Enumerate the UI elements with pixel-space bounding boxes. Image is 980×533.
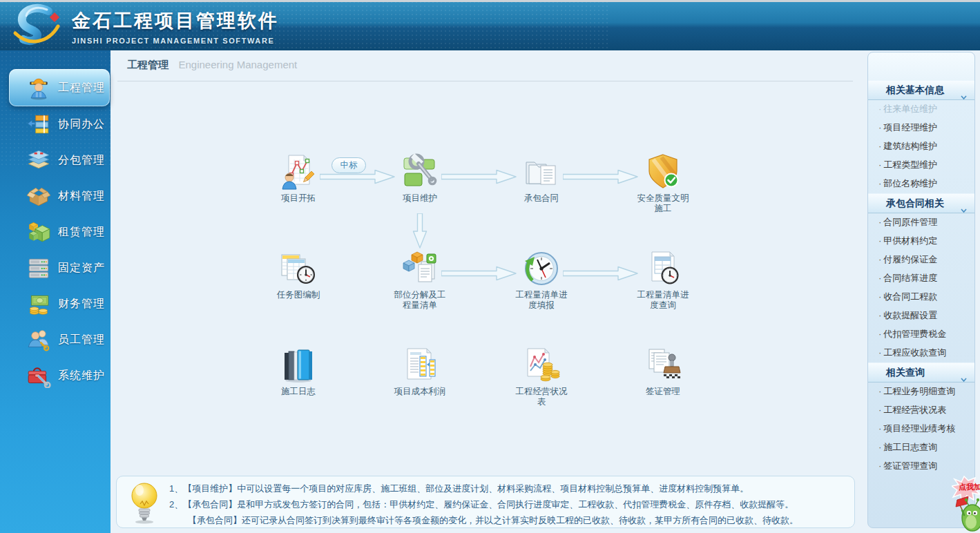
sidebar-item-material[interactable]: 材料管理 <box>0 178 111 214</box>
sidebar-item-label: 材料管理 <box>58 189 105 204</box>
panel-item-label: 收合同工程款 <box>883 291 937 302</box>
panel-item-label: 项目经理业绩考核 <box>883 423 955 434</box>
app-window: 金石工程项目管理软件 JINSHI PROJECT MANAGEMENT SOF… <box>0 0 980 533</box>
flow-node-construction-log[interactable]: 施工日志 <box>260 346 336 397</box>
panel-item-label: 代扣管理费税金 <box>883 329 946 339</box>
panel-item-part-name-maintenance[interactable]: ·部位名称维护 <box>868 175 974 193</box>
panel-item-manager-performance[interactable]: ·项目经理业绩考核 <box>868 420 974 438</box>
panel-item-label: 合同结算进度 <box>883 273 937 283</box>
panel-section-queries[interactable]: 相关查询 <box>868 362 974 382</box>
flow-node-visa[interactable]: 签证管理 <box>625 346 701 397</box>
staff-users-icon <box>26 327 51 352</box>
brand-title-en: JINSHI PROJECT MANAGEMENT SOFTWARE <box>72 37 279 45</box>
panel-item-receivable-query[interactable]: ·工程应收款查询 <box>868 344 974 362</box>
sidebar-item-office[interactable]: 协同办公 <box>0 106 111 142</box>
panel-item-label: 甲供材料约定 <box>883 235 937 246</box>
panel-item-withholding-tax[interactable]: ·代扣管理费税金 <box>868 325 974 344</box>
panel-item-label: 项目经理维护 <box>883 122 937 133</box>
panel-item-contract-settlement[interactable]: ·合同结算进度 <box>868 269 974 288</box>
contract-folder-icon <box>522 153 561 191</box>
panel-item-project-manager-maintenance[interactable]: ·项目经理维护 <box>868 119 974 137</box>
bullet: · <box>878 217 881 227</box>
boq-breakdown-icon <box>401 249 439 288</box>
tip-line: 1、【项目维护】中可以设置每一个项目的对应库房、施工班组、部位及进度计划、材料采… <box>169 481 846 496</box>
panel-top-cap <box>868 52 974 80</box>
bullet: · <box>878 461 881 471</box>
project-development-icon <box>279 153 318 191</box>
chevron-down-icon <box>961 370 967 389</box>
construction-log-books-icon <box>279 346 318 385</box>
bullet: · <box>878 159 881 170</box>
page-title-zh: 工程管理 <box>127 59 169 70</box>
sidebar-item-label: 工程管理 <box>58 81 105 95</box>
panel-item-label: 工程业务明细查询 <box>883 386 955 396</box>
sidebar-item-engineering[interactable]: 工程管理 <box>9 69 110 106</box>
visa-stamp-icon <box>644 346 682 385</box>
flow-node-label: 项目开拓 <box>281 193 316 204</box>
finance-money-icon <box>26 291 51 316</box>
task-schedule-icon <box>279 249 318 288</box>
panel-item-receive-payment[interactable]: ·收合同工程款 <box>868 288 974 307</box>
flow-node-progress-query[interactable]: 工程量清单进度查询 <box>625 249 701 311</box>
flow-node-label: 项目维护 <box>403 193 437 204</box>
flow-node-label: 承包合同 <box>524 193 559 204</box>
panel-section-title: 相关查询 <box>886 367 925 378</box>
title-divider <box>117 81 853 81</box>
flow-node-label: 施工日志 <box>281 387 316 397</box>
tips-text: 1、【项目维护】中可以设置每一个项目的对应库房、施工班组、部位及进度计划、材料采… <box>169 481 846 528</box>
flow-node-boq-breakdown[interactable]: 部位分解及工程量清单 <box>382 249 458 311</box>
flow-node-cost-profit[interactable]: 项目成本利润 <box>382 346 458 397</box>
flow-node-contract[interactable]: 承包合同 <box>503 153 579 204</box>
panel-item-counterparty-maintenance[interactable]: ·往来单位维护 <box>868 100 974 119</box>
sidebar-item-finance[interactable]: 财务管理 <box>0 286 111 322</box>
panel-item-label: 部位名称维护 <box>883 178 937 188</box>
panel-item-label: 施工日志查询 <box>883 442 937 452</box>
mascot-helper[interactable]: 点我加 <box>952 472 980 533</box>
system-toolbox-icon <box>26 363 51 388</box>
sidebar-item-subcontract[interactable]: 分包管理 <box>0 142 111 178</box>
panel-item-performance-bond[interactable]: ·付履约保证金 <box>868 251 974 269</box>
flow-node-safety-quality[interactable]: 安全质量文明施工 <box>625 153 701 214</box>
bullet: · <box>878 178 881 188</box>
flow-arrow-down <box>412 213 427 249</box>
award-badge: 中标 <box>332 157 366 173</box>
panel-item-log-query[interactable]: ·施工日志查询 <box>868 438 974 457</box>
sidebar-item-assets[interactable]: 固定资产 <box>0 250 111 286</box>
material-box-icon <box>26 184 51 209</box>
sidebar-item-label: 协同办公 <box>58 117 105 132</box>
progress-report-clock-icon <box>522 249 561 288</box>
panel-item-contract-original[interactable]: ·合同原件管理 <box>868 213 974 232</box>
flow-node-project-development[interactable]: 项目开拓 <box>260 153 336 204</box>
main-content: 工程管理 Engineering Management 中标 <box>111 50 865 533</box>
brand-titles: 金石工程项目管理软件 JINSHI PROJECT MANAGEMENT SOF… <box>72 8 279 45</box>
panel-section-contract[interactable]: 承包合同相关 <box>868 193 974 213</box>
panel-item-business-status-table[interactable]: ·工程经营状况表 <box>868 401 974 420</box>
sidebar-item-label: 员工管理 <box>58 333 105 347</box>
panel-item-business-detail-query[interactable]: ·工程业务明细查询 <box>868 382 974 401</box>
flow-node-project-maintenance[interactable]: 项目维护 <box>382 153 458 204</box>
project-maintenance-icon <box>401 153 439 191</box>
tips-panel: 1、【项目维护】中可以设置每一个项目的对应库房、施工班组、部位及进度计划、材料采… <box>116 476 855 528</box>
flow-node-progress-fill[interactable]: 工程量清单进度填报 <box>503 249 579 311</box>
panel-item-structure-maintenance[interactable]: ·建筑结构维护 <box>868 137 974 156</box>
mascot-bubble-text: 点我加 <box>959 482 980 492</box>
bullet: · <box>878 423 881 434</box>
panel-item-owner-supplied-material[interactable]: ·甲供材料约定 <box>868 232 974 251</box>
bullet: · <box>878 291 881 302</box>
cost-profit-icon <box>401 346 439 385</box>
sidebar-item-label: 分包管理 <box>58 153 105 168</box>
flow-node-label: 工程量清单进度填报 <box>513 290 570 311</box>
flow-node-label: 项目成本利润 <box>394 387 446 397</box>
app-header: 金石工程项目管理软件 JINSHI PROJECT MANAGEMENT SOF… <box>0 0 980 50</box>
panel-section-title: 相关基本信息 <box>886 84 944 95</box>
sidebar-item-system[interactable]: 系统维护 <box>0 358 111 394</box>
panel-item-project-type-maintenance[interactable]: ·工程类型维护 <box>868 156 974 175</box>
sidebar-item-staff[interactable]: 员工管理 <box>0 322 111 358</box>
flow-node-business-status[interactable]: 工程经营状况表 <box>503 346 579 407</box>
flow-node-task-chart[interactable]: 任务图编制 <box>260 249 336 300</box>
panel-item-label: 往来单位维护 <box>883 104 937 114</box>
panel-item-payment-reminder[interactable]: ·收款提醒设置 <box>868 307 974 325</box>
flow-node-label: 工程量清单进度查询 <box>635 290 691 311</box>
panel-section-basic-info[interactable]: 相关基本信息 <box>868 80 974 100</box>
sidebar-item-lease[interactable]: 租赁管理 <box>0 214 111 250</box>
